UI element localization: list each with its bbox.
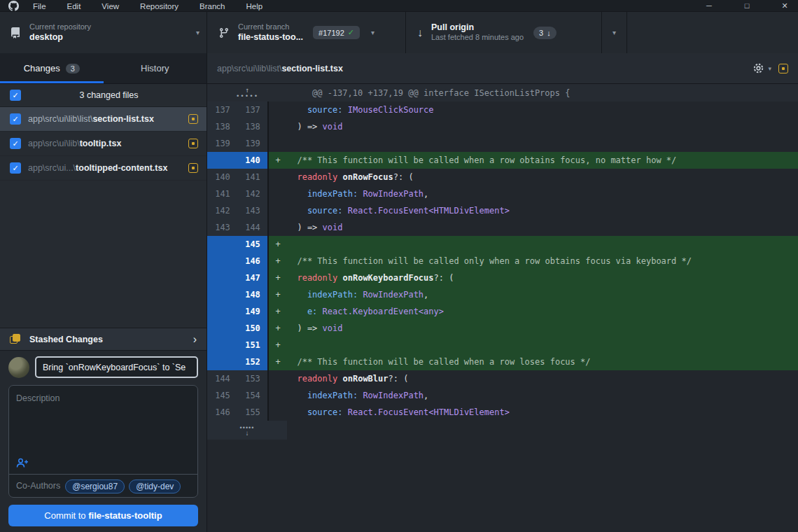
code-line: readonly onRowBlur?: ( (287, 370, 798, 387)
tab-changes[interactable]: Changes 3 (0, 53, 104, 83)
coauthor-pill[interactable]: @tidy-dev (129, 479, 181, 493)
diff-line-added[interactable]: 140+ /** This function will be called wh… (207, 152, 798, 169)
new-line-number[interactable]: 150 (238, 320, 269, 337)
old-line-number[interactable] (207, 303, 238, 320)
diff-line-context[interactable]: 143144 ) => void (207, 219, 798, 236)
new-line-number[interactable]: 143 (238, 202, 269, 219)
line-marker (269, 186, 287, 202)
diff-line-context[interactable]: 138138 ) => void (207, 118, 798, 135)
close-button[interactable]: ✕ (780, 1, 790, 10)
diff-line-context[interactable]: 142143 source: React.FocusEvent<HTMLDivE… (207, 202, 798, 219)
new-line-number[interactable]: 145 (238, 236, 269, 253)
new-line-number[interactable]: 139 (238, 135, 269, 152)
pr-status-badge[interactable]: #17192 ✓ (313, 26, 360, 39)
stashed-changes-row[interactable]: Stashed Changes › (0, 328, 206, 351)
commit-description-input[interactable]: Description (9, 386, 197, 474)
file-include-checkbox[interactable]: ✓ (10, 138, 21, 149)
old-line-number[interactable] (207, 354, 238, 370)
new-line-number[interactable]: 146 (238, 253, 269, 270)
diff-path-filename: section-list.tsx (281, 64, 343, 74)
new-line-number[interactable]: 154 (238, 387, 269, 404)
old-line-number[interactable]: 137 (207, 102, 238, 118)
menu-item-help[interactable]: Help (246, 2, 262, 10)
diff-line-added[interactable]: 152+ /** This function will be called wh… (207, 354, 798, 370)
menu-item-branch[interactable]: Branch (200, 2, 225, 10)
new-line-number[interactable]: 155 (238, 404, 269, 421)
minimize-button[interactable]: ─ (704, 1, 714, 10)
old-line-number[interactable]: 146 (207, 404, 238, 421)
new-line-number[interactable]: 152 (238, 354, 269, 370)
old-line-number[interactable]: 145 (207, 387, 238, 404)
file-row-tooltip.tsx[interactable]: ✓app\src\ui\lib\tooltip.tsx (0, 132, 206, 156)
diff-line-added[interactable]: 151+ (207, 337, 798, 354)
menu-item-edit[interactable]: Edit (67, 2, 81, 10)
changed-files-header: ✓ 3 changed files (0, 84, 206, 107)
new-line-number[interactable]: 144 (238, 219, 269, 236)
current-branch-button[interactable]: Current branch file-status-too... #17192… (207, 12, 406, 53)
old-line-number[interactable]: 138 (207, 118, 238, 135)
gear-caret-icon: ▾ (768, 65, 771, 72)
coauthor-pill[interactable]: @sergiou87 (65, 479, 125, 493)
file-include-checkbox[interactable]: ✓ (10, 162, 21, 174)
old-line-number[interactable]: 140 (207, 169, 238, 186)
diff-line-added[interactable]: 150+ ) => void (207, 320, 798, 337)
diff-line-context[interactable]: 137137 source: IMouseClickSource (207, 102, 798, 118)
old-line-number[interactable]: 142 (207, 202, 238, 219)
diff-line-added[interactable]: 148+ indexPath: RowIndexPath, (207, 286, 798, 303)
menu-item-repository[interactable]: Repository (140, 2, 178, 10)
code-line: e: React.KeyboardEvent<any> (287, 303, 798, 320)
file-row-tooltipped-content.tsx[interactable]: ✓app\src\ui...\tooltipped-content.tsx (0, 156, 206, 181)
diff-line-added[interactable]: 145+ (207, 236, 798, 253)
new-line-number[interactable]: 153 (238, 370, 269, 387)
old-line-number[interactable]: 144 (207, 370, 238, 387)
diff-line-context[interactable]: 145154 indexPath: RowIndexPath, (207, 387, 798, 404)
maximize-button[interactable]: □ (742, 1, 752, 10)
diff-line-added[interactable]: 149+ e: React.KeyboardEvent<any> (207, 303, 798, 320)
diff-line-context[interactable]: 140141 readonly onRowFocus?: ( (207, 169, 798, 186)
menu-item-view[interactable]: View (102, 2, 119, 10)
new-line-number[interactable]: 149 (238, 303, 269, 320)
diff-options-button[interactable]: ▾ (752, 62, 771, 74)
diff-line-added[interactable]: 146+ /** This function will be called on… (207, 253, 798, 270)
pull-options-caret-button[interactable]: ▾ (602, 12, 627, 53)
old-line-number[interactable] (207, 152, 238, 169)
gear-icon (752, 62, 764, 74)
old-line-number[interactable]: 143 (207, 219, 238, 236)
diff-line-context[interactable]: 144153 readonly onRowBlur?: ( (207, 370, 798, 387)
new-line-number[interactable]: 151 (238, 337, 269, 354)
old-line-number[interactable]: 139 (207, 135, 238, 152)
file-row-section-list.tsx[interactable]: ✓app\src\ui\lib\list\section-list.tsx (0, 107, 206, 132)
diff-line-context[interactable]: 141142 indexPath: RowIndexPath, (207, 186, 798, 202)
new-line-number[interactable]: 147 (238, 270, 269, 286)
commit-button[interactable]: Commit to file-status-tooltip (8, 505, 198, 526)
expand-hunk-down-button[interactable]: ••••• ↓ (240, 425, 255, 436)
branch-name: file-status-too... (238, 32, 303, 43)
repo-label: Current repository (29, 22, 91, 32)
select-all-checkbox[interactable]: ✓ (10, 90, 21, 101)
old-line-number[interactable] (207, 320, 238, 337)
old-line-number[interactable] (207, 253, 238, 270)
old-line-number[interactable]: 141 (207, 186, 238, 202)
tab-history[interactable]: History (104, 53, 207, 83)
new-line-number[interactable]: 140 (238, 152, 269, 169)
file-include-checkbox[interactable]: ✓ (10, 113, 21, 125)
diff-line-added[interactable]: 147+ readonly onRowKeyboardFocus?: ( (207, 270, 798, 286)
diff-line-context[interactable]: 146155 source: React.FocusEvent<HTMLDivE… (207, 404, 798, 421)
expand-hunk-up-button[interactable]: ↑ ••••• (236, 88, 258, 99)
new-line-number[interactable]: 138 (238, 118, 269, 135)
add-coauthor-button[interactable] (16, 458, 29, 468)
new-line-number[interactable]: 137 (238, 102, 269, 118)
new-line-number[interactable]: 141 (238, 169, 269, 186)
new-line-number[interactable]: 142 (238, 186, 269, 202)
old-line-number[interactable] (207, 270, 238, 286)
new-line-number[interactable]: 148 (238, 286, 269, 303)
current-repository-button[interactable]: Current repository desktop ▾ (0, 12, 207, 53)
pull-origin-button[interactable]: ↓ Pull origin Last fetched 8 minutes ago… (406, 12, 602, 53)
diff-line-context[interactable]: 139139 (207, 135, 798, 152)
old-line-number[interactable] (207, 337, 238, 354)
code-line (287, 236, 798, 253)
menu-item-file[interactable]: File (33, 2, 46, 10)
old-line-number[interactable] (207, 286, 238, 303)
old-line-number[interactable] (207, 236, 238, 253)
commit-summary-input[interactable] (35, 356, 198, 378)
